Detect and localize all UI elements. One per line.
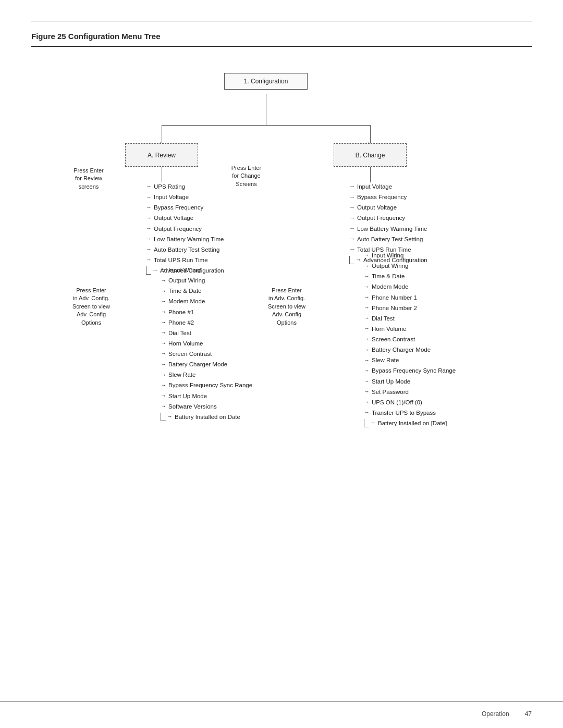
- review-item-bypass-freq: → Bypass Frequency: [146, 202, 224, 213]
- review-item-auto-battery: → Auto Battery Test Setting: [146, 244, 224, 255]
- top-divider: [31, 21, 532, 21]
- page-footer: Operation 47: [482, 710, 532, 718]
- root-configuration-box: 1. Configuration: [224, 73, 308, 90]
- press-enter-change-label: Press Enter for Change Screens: [219, 164, 274, 188]
- press-enter-adv-change-label: Press Enter in Adv. Config. Screen to vi…: [255, 287, 318, 327]
- bottom-divider: [0, 701, 563, 702]
- change-item-bypass-freq: → Bypass Frequency: [349, 192, 427, 202]
- review-adv-startup-mode: → Start Up Mode: [161, 391, 252, 401]
- footer-label: Operation: [482, 710, 509, 718]
- review-item-input-voltage: → Input Voltage: [146, 192, 224, 202]
- change-item-low-battery: → Low Battery Warning Time: [349, 224, 427, 234]
- change-item-output-freq: → Output Frequency: [349, 213, 427, 223]
- review-adv-phone1: → Phone #1: [161, 307, 252, 317]
- change-adv-battery-charger: → Battery Charger Mode: [364, 344, 456, 355]
- review-adv-battery-charger: → Battery Charger Mode: [161, 359, 252, 369]
- change-adv-input-wiring: → Input Wiring: [364, 250, 456, 261]
- change-adv-set-password: → Set Password: [364, 387, 456, 397]
- review-adv-software: → Software Versions: [161, 401, 252, 412]
- review-adv-screen-contrast: → Screen Contrast: [161, 349, 252, 359]
- review-adv-bypass-sync: → Bypass Frequency Sync Range: [161, 380, 252, 390]
- review-adv-input-wiring: → Input Wiring: [161, 265, 252, 275]
- footer-page: 47: [525, 710, 532, 718]
- change-adv-slew-rate: → Slew Rate: [364, 355, 456, 365]
- review-adv-dial-test: → Dial Test: [161, 328, 252, 338]
- change-adv-startup-mode: → Start Up Mode: [364, 376, 456, 387]
- review-item-output-voltage: → Output Voltage: [146, 213, 224, 223]
- review-item-ups-rating: → UPS Rating: [146, 181, 224, 192]
- change-adv-bypass-sync: → Bypass Frequency Sync Range: [364, 365, 456, 376]
- review-adv-phone2: → Phone #2: [161, 317, 252, 328]
- page-container: Figure 25 Configuration Menu Tree 1. Con…: [0, 0, 563, 500]
- review-menu-list: → UPS Rating → Input Voltage → Bypass Fr…: [146, 181, 224, 276]
- change-item-auto-battery: → Auto Battery Test Setting: [349, 234, 427, 244]
- change-item-input-voltage: → Input Voltage: [349, 181, 427, 192]
- change-adv-transfer-bypass: → Transfer UPS to Bypass: [364, 408, 456, 418]
- change-adv-phone1: → Phone Number 1: [364, 292, 456, 303]
- change-adv-screen-contrast: → Screen Contrast: [364, 334, 456, 344]
- change-adv-phone2: → Phone Number 2: [364, 303, 456, 313]
- change-adv-horn-volume: → Horn Volume: [364, 324, 456, 334]
- page-title: Figure 25 Configuration Menu Tree: [31, 32, 532, 47]
- review-advanced-list: → Input Wiring → Output Wiring → Time & …: [161, 265, 252, 422]
- change-adv-time-date: → Time & Date: [364, 271, 456, 281]
- review-adv-battery-date: → Battery Installed on Date: [161, 412, 252, 422]
- review-item-total-run: → Total UPS Run Time: [146, 255, 224, 265]
- review-adv-time-date: → Time & Date: [161, 286, 252, 296]
- change-adv-dial-test: → Dial Test: [364, 313, 456, 324]
- change-adv-modem-mode: → Modem Mode: [364, 281, 456, 292]
- change-adv-battery-date: → Battery Installed on [Date]: [364, 418, 456, 428]
- change-item-output-voltage: → Output Voltage: [349, 202, 427, 213]
- change-advanced-list: → Input Wiring → Output Wiring → Time & …: [364, 250, 456, 428]
- review-item-low-battery: → Low Battery Warning Time: [146, 234, 224, 244]
- review-adv-horn-volume: → Horn Volume: [161, 338, 252, 349]
- press-enter-review-label: Press Enter for Review screens: [63, 167, 115, 191]
- review-adv-slew-rate: → Slew Rate: [161, 369, 252, 380]
- review-adv-modem-mode: → Modem Mode: [161, 296, 252, 306]
- change-adv-output-wiring: → Output Wiring: [364, 261, 456, 271]
- review-box: A. Review: [125, 143, 198, 167]
- configuration-tree-diagram: 1. Configuration ↓ ↓ A. Review B. Change…: [31, 63, 532, 469]
- press-enter-adv-review-label: Press Enter in Adv. Config. Screen to vi…: [60, 287, 123, 327]
- change-box: B. Change: [334, 143, 407, 167]
- review-adv-output-wiring: → Output Wiring: [161, 275, 252, 286]
- review-item-output-freq: → Output Frequency: [146, 224, 224, 234]
- change-adv-ups-on-off: → UPS ON (1)/Off (0): [364, 397, 456, 408]
